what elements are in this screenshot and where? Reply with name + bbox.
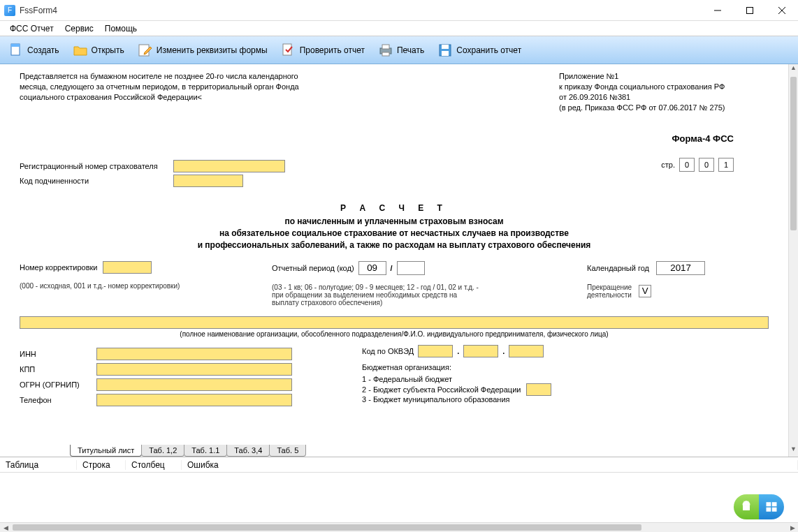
create-button[interactable]: Создать: [4, 39, 66, 61]
termination-label: Прекращение деятельности: [587, 283, 632, 299]
menu-help[interactable]: Помощь: [99, 22, 143, 35]
organization-name-input[interactable]: [20, 316, 769, 329]
close-button[interactable]: [766, 0, 798, 21]
check-icon: [280, 42, 297, 59]
okved-input-1[interactable]: [418, 345, 453, 357]
inn-input[interactable]: [96, 348, 292, 360]
document-area[interactable]: Представляется на бумажном носителе не п…: [0, 64, 788, 457]
toolbar: Создать Открыть Изменить реквизиты формы…: [0, 36, 798, 64]
form-name: Форма-4 ФСС: [20, 133, 769, 144]
check-label: Проверить отчет: [300, 45, 365, 55]
scroll-up-icon[interactable]: ▲: [789, 64, 798, 75]
menu-fss-report[interactable]: ФСС Отчет: [4, 22, 59, 35]
correction-input[interactable]: [103, 261, 152, 274]
col-row[interactable]: Строка: [77, 460, 126, 470]
maximize-button[interactable]: [734, 0, 766, 21]
errors-header: Таблица Строка Столбец Ошибка: [0, 457, 798, 473]
svg-rect-16: [772, 502, 777, 506]
svg-rect-10: [382, 52, 389, 56]
svg-rect-13: [442, 51, 449, 56]
col-table[interactable]: Таблица: [0, 460, 77, 470]
okved-dot-2: .: [502, 347, 505, 355]
minimize-button[interactable]: [702, 0, 734, 21]
correction-hint: (000 - исходная, 001 и т.д.- номер корре…: [20, 282, 180, 290]
tab-5[interactable]: Таб. 5: [269, 445, 306, 457]
svg-rect-12: [442, 45, 449, 49]
scroll-left-icon[interactable]: ◀: [0, 523, 11, 532]
okved-dot-1: .: [457, 347, 459, 355]
tel-input[interactable]: [96, 394, 292, 406]
app-icon: F: [4, 5, 15, 16]
edit-props-button[interactable]: Изменить реквизиты формы: [133, 39, 274, 61]
reg-number-input[interactable]: [173, 160, 285, 172]
scroll-right-icon[interactable]: ▶: [787, 523, 798, 532]
print-button[interactable]: Печать: [374, 39, 430, 61]
period-input-1[interactable]: [358, 261, 386, 275]
errors-pane: Таблица Строка Столбец Ошибка: [0, 457, 798, 522]
sub-code-label: Код подчиненности: [20, 177, 173, 185]
kpp-label: КПП: [20, 365, 89, 374]
page-cell-2: 0: [699, 158, 714, 172]
check-button[interactable]: Проверить отчет: [277, 39, 371, 61]
save-icon: [437, 42, 454, 59]
year-label: Календарный год: [587, 264, 649, 272]
tab-title-sheet[interactable]: Титульный лист: [70, 445, 142, 457]
kpp-input[interactable]: [96, 363, 292, 376]
svg-rect-18: [772, 508, 777, 512]
inn-label: ИНН: [20, 350, 89, 358]
budget-type-input[interactable]: [526, 383, 551, 396]
promo-badges: [734, 494, 784, 519]
create-label: Создать: [27, 45, 59, 55]
edit-props-label: Изменить реквизиты формы: [157, 45, 268, 55]
okved-input-2[interactable]: [463, 345, 498, 357]
sheet-tabs: Титульный лист Таб. 1,2 Таб. 1.1 Таб. 3,…: [70, 443, 305, 457]
svg-rect-17: [767, 508, 771, 512]
titlebar: F FssForm4: [0, 0, 798, 21]
tab-11[interactable]: Таб. 1.1: [184, 445, 227, 457]
col-error[interactable]: Ошибка: [182, 460, 798, 470]
order-edit-line: (в ред. Приказа ФСС РФ от 07.06.2017 № 2…: [559, 103, 769, 113]
window-title: FssForm4: [20, 6, 702, 15]
printer-icon: [377, 42, 394, 59]
hscroll-thumb[interactable]: [13, 524, 641, 531]
scroll-thumb[interactable]: [790, 77, 797, 230]
svg-rect-14: [743, 505, 750, 511]
open-label: Открыть: [92, 45, 124, 55]
svg-rect-1: [747, 7, 753, 13]
print-label: Печать: [397, 45, 424, 55]
budget-title: Бюджетная организация:: [362, 363, 627, 371]
col-column[interactable]: Столбец: [126, 460, 182, 470]
windows-icon[interactable]: [759, 494, 784, 519]
organization-hint: (полное наименование организации, обособ…: [20, 330, 769, 338]
order-reference: Приложение №1 к приказу Фонда социальног…: [559, 71, 769, 112]
period-input-2[interactable]: [397, 261, 425, 275]
budget-list: 1 - Федеральный бюджет 2 - Бюджет субъек…: [362, 374, 521, 406]
tel-label: Телефон: [20, 396, 89, 404]
scroll-down-icon[interactable]: ▼: [789, 445, 798, 457]
android-icon[interactable]: [734, 494, 759, 519]
year-input[interactable]: [656, 261, 705, 275]
okved-input-3[interactable]: [509, 345, 544, 357]
page-cell-1: 0: [679, 158, 695, 172]
page-cell-3: 1: [718, 158, 734, 172]
page-label: стр.: [661, 161, 675, 169]
tab-34[interactable]: Таб. 3,4: [226, 445, 270, 457]
save-button[interactable]: Сохранить отчет: [433, 39, 528, 61]
ogrn-label: ОГРН (ОГРНИП): [20, 380, 89, 389]
termination-checkbox[interactable]: [639, 285, 651, 297]
sub-code-input[interactable]: [173, 175, 243, 187]
period-hint: (03 - 1 кв; 06 - полугодие; 09 - 9 месяц…: [272, 283, 481, 306]
period-label: Отчетный период (код): [272, 264, 354, 272]
menu-service[interactable]: Сервис: [59, 22, 99, 35]
horizontal-scrollbar[interactable]: ◀ ▶: [0, 522, 798, 532]
subtitle: по начисленным и уплаченным страховым вз…: [20, 216, 769, 251]
tab-12[interactable]: Таб. 1,2: [141, 445, 184, 457]
appendix-line: Приложение №1: [559, 71, 769, 82]
okved-label: Код по ОКВЭД: [362, 347, 414, 355]
period-separator: /: [391, 264, 393, 272]
vertical-scrollbar[interactable]: ▲ ▼: [788, 64, 798, 457]
ogrn-input[interactable]: [96, 378, 292, 391]
open-button[interactable]: Открыть: [68, 39, 131, 61]
reg-number-label: Регистрационный номер страхователя: [20, 162, 173, 170]
svg-rect-5: [11, 44, 20, 47]
